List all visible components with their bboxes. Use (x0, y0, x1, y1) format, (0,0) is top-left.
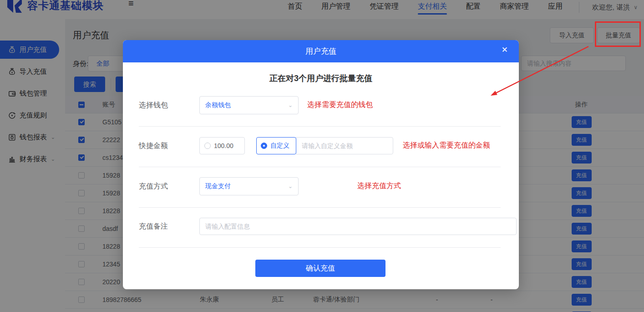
method-select[interactable]: 现金支付 ⌄ (199, 177, 299, 195)
row-divider (139, 126, 501, 127)
method-note: 选择充值方式 (357, 181, 401, 191)
remark-label: 充值备注 (139, 222, 168, 231)
wallet-label: 选择钱包 (139, 101, 168, 110)
remark-row: 充值备注 (139, 217, 503, 235)
annotation-highlight-box (595, 21, 641, 47)
wallet-row: 选择钱包 余额钱包 ⌄ 选择需要充值的钱包 (139, 96, 503, 114)
modal-subtitle: 正在对3个用户进行批量充值 (123, 73, 519, 84)
modal-title: 用户充值 (305, 46, 336, 56)
row-divider (139, 207, 501, 208)
confirm-recharge-button[interactable]: 确认充值 (255, 260, 385, 277)
app-root: 容卡通基础模块 ≡ 首页用户管理凭证管理支付相关配置商家管理应用 欢迎您, 谌洪… (0, 0, 644, 312)
chevron-down-icon: ⌄ (288, 183, 293, 189)
wallet-note: 选择需要充值的钱包 (307, 100, 373, 110)
modal-header: 用户充值 ✕ (123, 40, 519, 62)
row-divider (139, 247, 501, 248)
recharge-modal: 用户充值 ✕ 正在对3个用户进行批量充值 选择钱包 余额钱包 ⌄ 选择需要充值的… (123, 40, 519, 289)
custom-amount-text: 自定义 (270, 142, 289, 150)
custom-amount-input[interactable] (296, 137, 393, 154)
remark-input[interactable] (199, 218, 517, 235)
chevron-down-icon: ⌄ (288, 102, 293, 108)
amount-note: 选择或输入需要充值的金额 (403, 141, 490, 150)
radio-off-icon[interactable] (204, 143, 211, 149)
preset-amount-option[interactable]: 100.00 (199, 137, 245, 154)
row-divider (139, 167, 501, 167)
method-label: 充值方式 (139, 182, 168, 191)
custom-amount-option[interactable]: 自定义 (256, 137, 296, 154)
amount-label: 快捷金额 (139, 141, 168, 151)
amount-row: 快捷金额 100.00 自定义 选择或输入需要充值的金额 (139, 137, 503, 155)
wallet-select-value: 余额钱包 (205, 101, 288, 109)
method-select-value: 现金支付 (205, 182, 288, 190)
preset-amount-value: 100.00 (214, 142, 233, 149)
radio-on-icon[interactable] (261, 143, 267, 149)
method-row: 充值方式 现金支付 ⌄ 选择充值方式 (139, 177, 503, 195)
wallet-select[interactable]: 余额钱包 ⌄ (199, 96, 299, 114)
close-icon[interactable]: ✕ (502, 46, 508, 54)
